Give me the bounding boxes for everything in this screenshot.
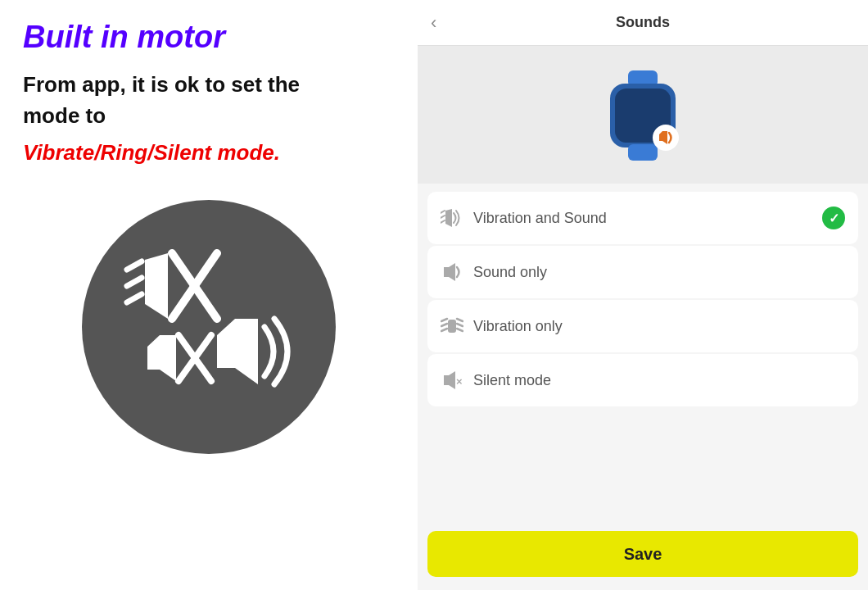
svg-text:×: × — [456, 375, 463, 388]
svg-line-1 — [127, 278, 142, 286]
svg-line-17 — [441, 216, 445, 218]
svg-marker-20 — [444, 263, 455, 281]
svg-line-2 — [127, 294, 142, 302]
svg-line-23 — [441, 329, 447, 331]
watch-svg — [602, 70, 684, 161]
selected-checkmark — [822, 206, 845, 229]
sound-only-icon — [441, 261, 463, 284]
svg-rect-27 — [448, 320, 456, 333]
option-silent-mode-label: Silent mode — [473, 372, 551, 389]
left-panel: Built in motor From app, it is ok to set… — [0, 0, 418, 590]
save-button[interactable]: Save — [427, 531, 858, 577]
option-vibration-sound-label: Vibration and Sound — [473, 210, 607, 227]
svg-line-22 — [441, 324, 447, 326]
circle-illustration — [82, 200, 336, 454]
svg-line-18 — [441, 220, 445, 223]
options-list: Vibration and Sound Sound only — [418, 184, 868, 520]
highlight-label: Vibrate/Ring/Silent mode. — [23, 140, 280, 165]
option-sound-only[interactable]: Sound only — [427, 246, 858, 298]
svg-line-21 — [441, 319, 447, 321]
svg-marker-7 — [147, 335, 176, 381]
svg-marker-28 — [444, 371, 455, 389]
svg-line-25 — [457, 324, 463, 326]
svg-rect-13 — [628, 144, 658, 161]
option-vibration-sound[interactable]: Vibration and Sound — [427, 192, 858, 244]
right-panel: ‹ Sounds — [418, 0, 868, 590]
illustration-svg — [102, 229, 315, 425]
vibration-only-icon — [441, 315, 463, 338]
option-vibration-only-label: Vibration only — [473, 318, 563, 335]
vibration-sound-icon — [441, 206, 463, 229]
description-text: From app, it is ok to set the mode to — [23, 70, 300, 131]
back-button[interactable]: ‹ — [431, 12, 436, 34]
silent-mode-icon: × — [441, 369, 463, 392]
highlight-text: Vibrate/Ring/Silent mode. — [23, 138, 280, 169]
option-sound-only-label: Sound only — [473, 264, 547, 281]
page-title: Built in motor — [23, 20, 225, 55]
svg-line-0 — [127, 261, 142, 270]
svg-line-24 — [457, 319, 463, 321]
sounds-title: Sounds — [616, 14, 670, 31]
option-vibration-only[interactable]: Vibration only — [427, 300, 858, 352]
option-silent-mode[interactable]: × Silent mode — [427, 354, 858, 406]
svg-line-26 — [457, 329, 463, 331]
svg-marker-6 — [217, 319, 258, 384]
desc-line1: From app, it is ok to set the — [23, 72, 300, 97]
desc-line2: mode to — [23, 103, 106, 128]
watch-preview — [418, 46, 868, 184]
svg-line-16 — [441, 211, 445, 213]
svg-marker-19 — [445, 209, 452, 227]
top-bar: ‹ Sounds — [418, 0, 868, 46]
svg-marker-3 — [145, 253, 168, 319]
